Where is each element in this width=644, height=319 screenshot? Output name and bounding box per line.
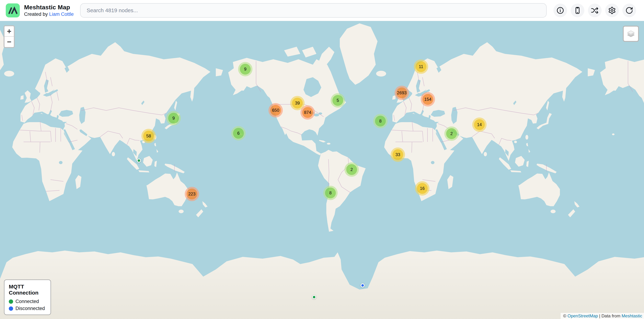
legend-dot-icon xyxy=(9,307,13,311)
cluster-marker[interactable]: 58 xyxy=(142,129,156,143)
cluster-count: 58 xyxy=(143,131,154,141)
cluster-count: 8 xyxy=(375,116,386,126)
zoom-in-button[interactable]: + xyxy=(4,26,14,37)
cluster-count: 5 xyxy=(332,95,343,106)
cluster-count: 39 xyxy=(292,98,303,108)
node-marker-connected[interactable] xyxy=(137,159,141,163)
cluster-marker[interactable]: 11 xyxy=(414,59,428,74)
search-input[interactable] xyxy=(80,3,546,17)
legend-title: MQTT Connection xyxy=(9,284,46,296)
legend-label: Connected xyxy=(16,299,39,304)
settings-button[interactable] xyxy=(605,3,619,17)
meshtastic-link[interactable]: Meshtastic xyxy=(622,314,642,319)
cluster-count: 2 xyxy=(346,164,357,175)
legend-item: Disconnected xyxy=(9,306,46,311)
title-block: Meshtastic Map Created by Liam Cottle xyxy=(24,4,74,17)
mobile-phone-icon xyxy=(574,6,582,14)
cluster-marker[interactable]: 2 xyxy=(344,162,359,177)
layers-icon xyxy=(626,29,636,38)
cluster-count: 33 xyxy=(392,149,403,160)
cluster-marker[interactable]: 9 xyxy=(166,111,181,125)
cluster-marker[interactable]: 16 xyxy=(415,181,430,196)
cluster-count: 2 xyxy=(446,128,457,139)
cluster-count: 650 xyxy=(270,105,281,116)
random-node-button[interactable] xyxy=(588,3,602,17)
cluster-count: 11 xyxy=(416,61,426,72)
cluster-marker[interactable]: 223 xyxy=(185,187,199,201)
cluster-marker[interactable]: 154 xyxy=(421,92,435,106)
cluster-marker[interactable]: 6 xyxy=(231,126,246,140)
shuffle-icon xyxy=(591,6,599,14)
byline-prefix: Created by xyxy=(24,11,49,17)
zoom-out-button[interactable]: − xyxy=(4,37,14,47)
legend-label: Disconnected xyxy=(16,306,45,311)
cluster-marker[interactable]: 33 xyxy=(391,147,405,162)
info-button[interactable] xyxy=(554,3,567,17)
legend-item: Connected xyxy=(9,299,46,304)
cluster-marker[interactable]: 9 xyxy=(238,62,252,76)
refresh-icon xyxy=(625,6,633,14)
legend-dot-icon xyxy=(9,300,13,304)
meshtastic-logo-icon xyxy=(6,3,20,17)
cluster-marker[interactable]: 8 xyxy=(323,186,338,200)
map-canvas[interactable]: + − 911269315439650874598142586332168223… xyxy=(0,21,644,319)
legend-items: ConnectedDisconnected xyxy=(9,299,46,311)
cluster-marker[interactable]: 2693 xyxy=(394,86,409,100)
openstreetmap-link[interactable]: OpenStreetMap xyxy=(568,314,598,319)
cluster-marker[interactable]: 650 xyxy=(268,103,283,117)
mqtt-legend: MQTT Connection ConnectedDisconnected xyxy=(4,280,51,315)
cluster-count: 874 xyxy=(302,107,313,118)
cluster-count: 8 xyxy=(325,188,336,198)
node-marker-connected[interactable] xyxy=(312,295,316,299)
node-marker-disconnected[interactable] xyxy=(361,284,364,287)
page-title: Meshtastic Map xyxy=(24,4,74,11)
layers-control[interactable] xyxy=(623,26,639,42)
cluster-count: 6 xyxy=(233,128,244,139)
byline: Created by Liam Cottle xyxy=(24,11,74,17)
refresh-button[interactable] xyxy=(622,3,636,17)
info-icon xyxy=(556,6,564,14)
cluster-count: 154 xyxy=(422,94,433,105)
app-header: Meshtastic Map Created by Liam Cottle xyxy=(0,0,644,21)
world-map xyxy=(0,21,644,319)
cluster-count: 14 xyxy=(474,119,485,130)
cluster-count: 9 xyxy=(168,113,179,124)
author-link[interactable]: Liam Cottle xyxy=(49,11,74,17)
cluster-marker[interactable]: 14 xyxy=(472,117,486,132)
attribution-bar: © OpenStreetMap | Data from Meshtastic xyxy=(560,313,644,319)
cluster-count: 2693 xyxy=(396,87,407,98)
attribution-copyright: © xyxy=(563,314,568,319)
cluster-count: 223 xyxy=(186,189,197,199)
attribution-middle: | Data from xyxy=(598,314,622,319)
mobile-app-button[interactable] xyxy=(571,3,584,17)
cluster-marker[interactable]: 8 xyxy=(373,114,388,128)
settings-gear-icon xyxy=(608,6,616,14)
zoom-control: + − xyxy=(4,25,15,48)
cluster-count: 9 xyxy=(240,64,251,74)
cluster-marker[interactable]: 2 xyxy=(444,126,459,141)
cluster-marker[interactable]: 5 xyxy=(330,93,345,108)
cluster-count: 16 xyxy=(417,183,428,194)
cluster-marker[interactable]: 874 xyxy=(300,105,315,120)
